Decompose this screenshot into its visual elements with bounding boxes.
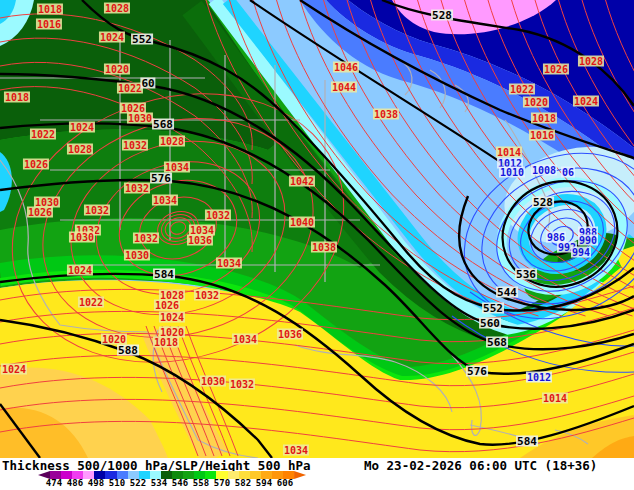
low-slp-label: 994 xyxy=(571,247,591,258)
slp-label: 1026 xyxy=(543,64,569,75)
slp-label: 1026 xyxy=(23,159,49,170)
slp-label: 1022 xyxy=(117,83,143,94)
slp-label: 1036 xyxy=(187,235,213,246)
slp-label: 1024 xyxy=(67,265,93,276)
height-label: 568 xyxy=(152,119,174,130)
slp-label: 1038 xyxy=(311,242,337,253)
slp-label: 1042 xyxy=(289,176,315,187)
slp-label: 1016 xyxy=(529,130,555,141)
slp-label: 1038 xyxy=(373,109,399,120)
slp-label: 1034 xyxy=(152,195,178,206)
slp-label: 1030 xyxy=(127,113,153,124)
slp-label: 1028 xyxy=(104,3,130,14)
slp-label: 1024 xyxy=(1,364,27,375)
slp-label: 1034 xyxy=(216,258,242,269)
height-label: 528 xyxy=(532,197,554,208)
slp-label: 1032 xyxy=(229,379,255,390)
slp-label: 1032 xyxy=(194,290,220,301)
slp-label: 1014 xyxy=(496,147,522,158)
slp-label: 1022 xyxy=(509,84,535,95)
height-label: 576 xyxy=(466,366,488,377)
slp-label: 1026 xyxy=(154,300,180,311)
slp-label: 1024 xyxy=(99,32,125,43)
height-label: 544 xyxy=(496,287,518,298)
slp-label: 1020 xyxy=(523,97,549,108)
legend-bar: Thickness 500/1000 hPa/SLP/Height 500 hP… xyxy=(0,458,634,490)
height-label: 584 xyxy=(153,269,175,280)
weather-map-screenshot: 1018102810161024102010221026103010181024… xyxy=(0,0,634,490)
slp-label: 1032 xyxy=(205,210,231,221)
slp-label: 1022 xyxy=(78,297,104,308)
slp-label: 1034 xyxy=(283,445,309,456)
slp-label: 1032 xyxy=(84,205,110,216)
slp-label: 1028 xyxy=(578,56,604,67)
slp-label: 1030 xyxy=(200,376,226,387)
slp-label: 1020 xyxy=(104,64,130,75)
colorbar-ticks: 474486498510522534546558570582594606 xyxy=(0,478,360,489)
slp-label: 1030 xyxy=(124,250,150,261)
height-label: 576 xyxy=(150,173,172,184)
slp-label: 1032 xyxy=(124,183,150,194)
slp-label: 1028 xyxy=(159,136,185,147)
slp-label: 1040 xyxy=(289,217,315,228)
low-slp-label: 990 xyxy=(578,235,598,246)
slp-label: 1022 xyxy=(30,129,56,140)
map-area: 1018102810161024102010221026103010181024… xyxy=(0,0,634,458)
slp-label: 1018 xyxy=(37,4,63,15)
height-label: 528 xyxy=(431,10,453,21)
slp-label: 1024 xyxy=(159,312,185,323)
height-label: 560 xyxy=(479,318,501,329)
low-slp-label: 1012 xyxy=(526,372,552,383)
slp-label: 1044 xyxy=(331,82,357,93)
height-label: 552 xyxy=(131,34,153,45)
chart-datetime: Mo 23-02-2026 06:00 UTC (18+36) xyxy=(364,458,597,473)
height-label: 60 xyxy=(140,78,155,89)
height-label: 552 xyxy=(482,303,504,314)
slp-label: 1034 xyxy=(232,334,258,345)
height-label: 588 xyxy=(117,345,139,356)
height-label: 536 xyxy=(515,269,537,280)
slp-label: 1026 xyxy=(27,207,53,218)
slp-label: 1030 xyxy=(69,232,95,243)
slp-label: 1036 xyxy=(277,329,303,340)
slp-label: 1032 xyxy=(133,233,159,244)
low-slp-label: 06 xyxy=(561,167,575,178)
slp-label: 1024 xyxy=(573,96,599,107)
slp-label: 1018 xyxy=(4,92,30,103)
slp-label: 1028 xyxy=(67,144,93,155)
slp-label: 1018 xyxy=(153,337,179,348)
slp-label: 1018 xyxy=(531,113,557,124)
slp-label: 1014 xyxy=(542,393,568,404)
contour-labels: 1018102810161024102010221026103010181024… xyxy=(0,0,634,458)
slp-label: 1032 xyxy=(122,140,148,151)
low-slp-label: 1008 xyxy=(531,165,557,176)
slp-label: 1016 xyxy=(36,19,62,30)
slp-label: 1024 xyxy=(69,122,95,133)
height-label: 584 xyxy=(516,436,538,447)
height-label: 568 xyxy=(486,337,508,348)
low-slp-label: 1010 xyxy=(499,167,525,178)
slp-label: 1046 xyxy=(333,62,359,73)
